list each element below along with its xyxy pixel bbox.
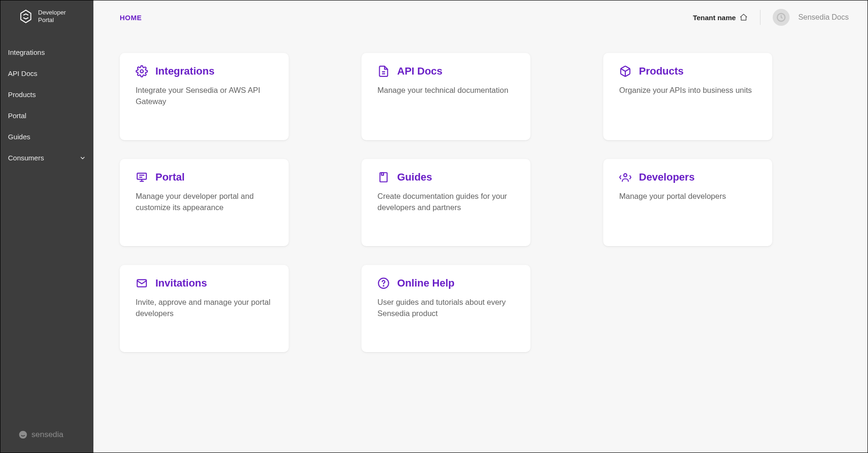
sidebar-item-label: Consumers — [8, 154, 44, 162]
card-portal[interactable]: Portal Manage your developer portal and … — [120, 159, 289, 246]
presentation-icon — [136, 171, 148, 183]
card-desc: Organize your APIs into business units — [619, 85, 756, 96]
cube-icon — [619, 65, 631, 77]
avatar[interactable] — [773, 9, 790, 26]
svg-point-2 — [140, 70, 144, 73]
card-title: Developers — [639, 171, 695, 183]
svg-rect-12 — [382, 173, 384, 175]
sidebar-item-portal[interactable]: Portal — [0, 105, 93, 126]
document-icon — [377, 65, 390, 77]
sidebar-item-integrations[interactable]: Integrations — [0, 42, 93, 63]
card-online-help[interactable]: Online Help User guides and tutorials ab… — [361, 265, 530, 352]
card-desc: Create documentation guides for your dev… — [377, 191, 515, 213]
sidebar-item-label: Products — [8, 91, 36, 98]
card-desc: Integrate your Sensedia or AWS API Gatew… — [136, 85, 273, 107]
card-title: Portal — [155, 171, 184, 183]
sensedia-logo-icon — [18, 430, 28, 439]
sidebar-item-products[interactable]: Products — [0, 84, 93, 105]
brand-text: Developer Portal — [38, 9, 66, 23]
help-icon — [377, 277, 390, 289]
brand-line1: Developer — [38, 9, 66, 16]
svg-point-16 — [383, 286, 384, 286]
home-icon — [739, 13, 748, 22]
book-icon — [377, 171, 390, 183]
card-desc: Manage your developer portal and customi… — [136, 191, 273, 213]
sidebar-item-label: API Docs — [8, 69, 38, 77]
topbar-right: Tenant name Sensedia Docs — [693, 9, 849, 26]
card-developers[interactable]: Developers Manage your portal developers — [603, 159, 772, 246]
card-invitations[interactable]: Invitations Invite, approve and manage y… — [120, 265, 289, 352]
content: Integrations Integrate your Sensedia or … — [93, 34, 868, 453]
gear-icon — [136, 65, 148, 77]
brand: Developer Portal — [0, 9, 93, 37]
breadcrumb[interactable]: HOME — [120, 14, 142, 22]
sidebar: Developer Portal Integrations API Docs P… — [0, 0, 93, 453]
card-grid: Integrations Integrate your Sensedia or … — [120, 53, 841, 352]
card-desc: User guides and tutorials about every Se… — [377, 297, 515, 319]
sidebar-footer: sensedia — [0, 422, 93, 453]
sidebar-item-label: Portal — [8, 112, 26, 120]
sidebar-item-consumers[interactable]: Consumers — [0, 147, 93, 168]
svg-point-13 — [624, 174, 627, 177]
mail-icon — [136, 277, 148, 289]
card-api-docs[interactable]: API Docs Manage your technical documenta… — [361, 53, 530, 140]
brand-logo-icon — [18, 9, 33, 24]
card-integrations[interactable]: Integrations Integrate your Sensedia or … — [120, 53, 289, 140]
card-title: Guides — [397, 171, 432, 183]
card-title: Products — [639, 65, 684, 77]
card-title: Integrations — [155, 65, 215, 77]
card-guides[interactable]: Guides Create documentation guides for y… — [361, 159, 530, 246]
svg-rect-6 — [137, 173, 146, 179]
brand-line2: Portal — [38, 16, 66, 24]
sidebar-item-label: Integrations — [8, 48, 45, 56]
sidebar-item-guides[interactable]: Guides — [0, 126, 93, 147]
chevron-down-icon — [79, 155, 86, 161]
svg-point-0 — [19, 431, 27, 439]
sidebar-footer-label: sensedia — [31, 430, 63, 439]
card-desc: Manage your portal developers — [619, 191, 756, 202]
tenant-selector[interactable]: Tenant name — [693, 13, 748, 22]
sidebar-item-api-docs[interactable]: API Docs — [0, 63, 93, 84]
sidebar-nav: Integrations API Docs Products Portal Gu… — [0, 37, 93, 168]
card-title: Invitations — [155, 277, 207, 289]
tenant-name: Tenant name — [693, 14, 736, 22]
card-desc: Invite, approve and manage your portal d… — [136, 297, 273, 319]
developer-icon — [619, 171, 631, 183]
card-desc: Manage your technical documentation — [377, 85, 515, 96]
topbar: HOME Tenant name Sensedia Docs — [93, 0, 868, 34]
card-title: API Docs — [397, 65, 443, 77]
main: HOME Tenant name Sensedia Docs — [93, 0, 868, 453]
sidebar-item-label: Guides — [8, 133, 31, 141]
docs-link[interactable]: Sensedia Docs — [798, 13, 849, 22]
divider — [760, 10, 760, 25]
card-title: Online Help — [397, 277, 454, 289]
card-products[interactable]: Products Organize your APIs into busines… — [603, 53, 772, 140]
